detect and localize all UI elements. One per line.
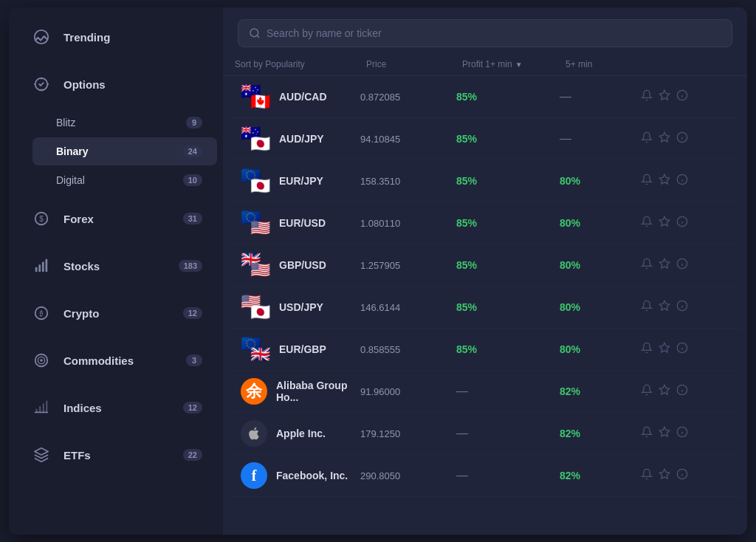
star-icon[interactable] xyxy=(659,216,670,230)
sidebar-item-etfs[interactable]: ETFs 22 xyxy=(15,433,217,477)
asset-name-cell: 🇪🇺 🇬🇧 EUR/GBP xyxy=(241,336,360,363)
svg-text:₿: ₿ xyxy=(39,310,43,318)
profit5-value: 82% xyxy=(560,385,641,397)
star-icon[interactable] xyxy=(659,384,670,399)
bell-icon[interactable] xyxy=(641,174,653,188)
star-icon[interactable] xyxy=(659,342,670,357)
asset-name: AUD/CAD xyxy=(279,91,327,103)
asset-name-cell: Apple Inc. xyxy=(241,420,360,447)
svg-text:$: $ xyxy=(39,215,44,223)
search-wrapper[interactable] xyxy=(238,19,732,47)
info-icon[interactable] xyxy=(676,426,688,441)
info-icon[interactable] xyxy=(676,342,688,357)
bell-icon[interactable] xyxy=(641,468,653,483)
table-row[interactable]: 🇺🇸 🇯🇵 USD/JPY 146.6144 85% 80% xyxy=(229,287,741,329)
sidebar-item-commodities[interactable]: Commodities 3 xyxy=(15,338,217,383)
star-icon[interactable] xyxy=(659,426,670,441)
main-content: Sort by Popularity Price Profit 1+ min ▼… xyxy=(223,7,747,535)
flag-pair-icon: 🇺🇸 🇯🇵 xyxy=(241,294,270,320)
svg-marker-39 xyxy=(659,343,669,352)
info-icon[interactable] xyxy=(676,384,688,399)
table-row[interactable]: 🇬🇧 🇺🇸 GBP/USD 1.257905 85% 80% xyxy=(229,244,741,287)
asset-name: Apple Inc. xyxy=(276,428,326,439)
profit5-value: 80% xyxy=(560,343,641,355)
table-row[interactable]: 余 Alibaba Group Ho... 91.96000 — 82% xyxy=(229,371,741,413)
sidebar-item-label-trending: Trending xyxy=(63,31,202,44)
flag-pair-icon: 🇬🇧 🇺🇸 xyxy=(241,252,270,278)
svg-marker-51 xyxy=(659,469,669,478)
bell-icon[interactable] xyxy=(641,89,653,104)
table-row[interactable]: 🇪🇺 🇯🇵 EUR/JPY 158.3510 85% 80% xyxy=(229,160,741,202)
svg-marker-23 xyxy=(659,174,669,184)
info-icon[interactable] xyxy=(676,300,688,315)
stocks-icon xyxy=(30,254,53,278)
info-icon[interactable] xyxy=(676,89,688,104)
star-icon[interactable] xyxy=(659,468,670,483)
profit1-value: 85% xyxy=(456,301,560,313)
sidebar-item-label-crypto: Crypto xyxy=(63,307,183,320)
table-row[interactable]: Apple Inc. 179.1250 — 82% xyxy=(229,413,741,455)
flag-pair-icon: 🇦🇺 🇯🇵 xyxy=(241,126,270,152)
asset-price: 158.3510 xyxy=(360,176,456,187)
profit1-value: 85% xyxy=(456,259,560,271)
flag-pair-icon: 🇪🇺 🇬🇧 xyxy=(241,336,270,363)
table-row[interactable]: 🇦🇺 🇯🇵 AUD/JPY 94.10845 85% — xyxy=(229,118,741,160)
info-icon[interactable] xyxy=(676,174,688,188)
header-profit5: 5+ min xyxy=(566,59,647,69)
header-name: Sort by Popularity xyxy=(235,59,366,69)
svg-marker-31 xyxy=(659,258,669,268)
bell-icon[interactable] xyxy=(641,300,653,315)
sidebar-item-stocks[interactable]: Stocks 183 xyxy=(15,244,217,288)
asset-price: 0.872085 xyxy=(360,92,456,103)
sidebar-item-indices[interactable]: Indices 12 xyxy=(15,385,217,430)
action-buttons xyxy=(641,174,729,188)
trending-icon xyxy=(30,25,53,49)
search-input[interactable] xyxy=(267,27,721,39)
bell-icon[interactable] xyxy=(641,426,653,441)
info-icon[interactable] xyxy=(676,468,688,483)
bell-icon[interactable] xyxy=(641,216,653,230)
profit5-value: 82% xyxy=(560,428,641,439)
sidebar-item-crypto[interactable]: ₿ Crypto 12 xyxy=(15,291,217,335)
sidebar-badge-blitz: 9 xyxy=(186,117,202,128)
sidebar-badge-digital: 10 xyxy=(183,174,202,186)
options-icon xyxy=(30,72,53,96)
svg-marker-27 xyxy=(659,216,669,226)
bell-icon[interactable] xyxy=(641,131,653,146)
asset-price: 1.080110 xyxy=(360,218,456,229)
svg-point-0 xyxy=(35,30,48,44)
table-row[interactable]: 🇪🇺 🇺🇸 EUR/USD 1.080110 85% 80% xyxy=(229,202,741,244)
info-icon[interactable] xyxy=(676,131,688,146)
asset-name-cell: 🇬🇧 🇺🇸 GBP/USD xyxy=(241,252,360,278)
sidebar-item-label-commodities: Commodities xyxy=(63,354,186,367)
sidebar-item-options[interactable]: Options xyxy=(15,62,217,106)
sidebar-item-trending[interactable]: Trending xyxy=(15,15,217,59)
header-profit1[interactable]: Profit 1+ min ▼ xyxy=(462,59,566,69)
sidebar-item-blitz[interactable]: Blitz 9 xyxy=(32,109,217,137)
asset-price: 94.10845 xyxy=(360,134,456,145)
profit5-value: 80% xyxy=(560,259,641,271)
sidebar-item-digital[interactable]: Digital 10 xyxy=(32,166,217,194)
star-icon[interactable] xyxy=(659,258,670,272)
sidebar-badge-binary: 24 xyxy=(183,145,202,157)
svg-point-12 xyxy=(40,359,43,362)
info-icon[interactable] xyxy=(676,258,688,272)
info-icon[interactable] xyxy=(676,216,688,230)
etfs-icon xyxy=(30,443,53,467)
bell-icon[interactable] xyxy=(641,342,653,357)
star-icon[interactable] xyxy=(659,300,670,315)
action-buttons xyxy=(641,216,729,230)
sidebar-item-binary[interactable]: Binary 24 xyxy=(32,137,217,165)
bell-icon[interactable] xyxy=(641,258,653,272)
star-icon[interactable] xyxy=(659,174,670,188)
asset-name: GBP/USD xyxy=(279,259,326,271)
table-row[interactable]: f Facebook, Inc. 290.8050 — 82% xyxy=(229,455,741,497)
sidebar-item-forex[interactable]: $ Forex 31 xyxy=(15,196,217,241)
table-row[interactable]: 🇪🇺 🇬🇧 EUR/GBP 0.858555 85% 80% xyxy=(229,329,741,371)
star-icon[interactable] xyxy=(659,131,670,146)
sidebar-item-label-etfs: ETFs xyxy=(63,449,183,462)
star-icon[interactable] xyxy=(659,89,670,104)
asset-price: 91.96000 xyxy=(360,386,456,397)
bell-icon[interactable] xyxy=(641,384,653,399)
table-row[interactable]: 🇦🇺 🇨🇦 AUD/CAD 0.872085 85% — xyxy=(229,76,741,118)
